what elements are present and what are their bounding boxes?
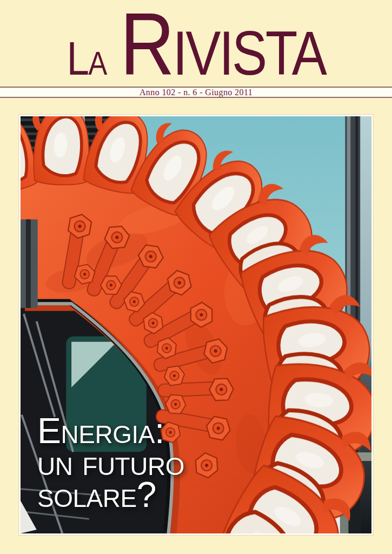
cover-headline: Energia: un futuro solare? xyxy=(37,415,184,511)
magazine-cover: La Rivista Anno 102 - n. 6 - Giugno 2011 xyxy=(0,0,392,554)
masthead-prefix: La xyxy=(67,35,106,82)
issue-bar: Anno 102 - n. 6 - Giugno 2011 xyxy=(0,87,392,98)
masthead: La Rivista xyxy=(29,0,362,90)
masthead-title: Rivista xyxy=(120,0,325,89)
issue-text: Anno 102 - n. 6 - Giugno 2011 xyxy=(139,88,253,97)
cover-photo: Energia: un futuro solare? xyxy=(19,115,373,535)
scoop xyxy=(29,116,91,186)
edge-pillar-reflection xyxy=(21,220,38,308)
headline-line-3: solare? xyxy=(37,479,184,511)
